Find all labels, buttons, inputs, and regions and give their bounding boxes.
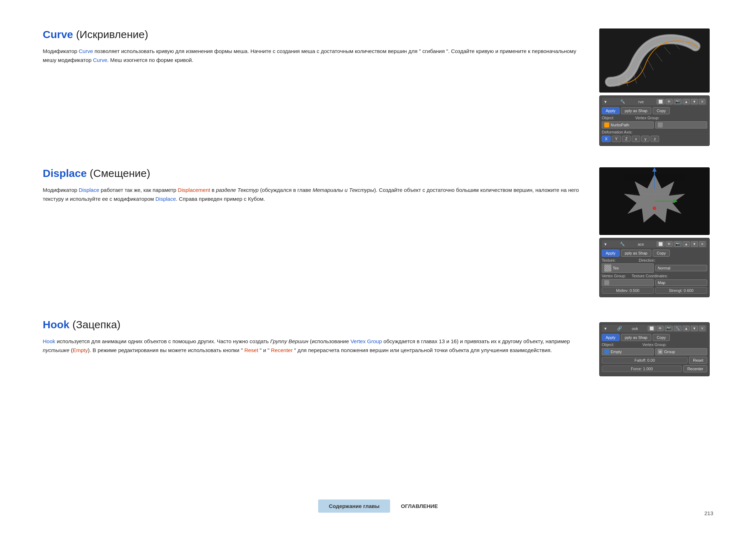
curve-panel-arrow: ▼	[604, 100, 607, 104]
curve-icon-eye[interactable]: 👁	[666, 99, 673, 104]
displace-svg	[599, 167, 710, 235]
displace-inline-5: Displace	[155, 196, 176, 202]
displace-vgroup-icon	[604, 280, 609, 285]
curve-axis-y2[interactable]: y	[641, 136, 650, 142]
hook-inline-5: Empty	[73, 347, 88, 353]
curve-panel-title: rve	[638, 100, 644, 104]
curve-axis-x[interactable]: X	[602, 136, 611, 142]
displace-icon-mesh[interactable]: ⬜	[657, 241, 664, 247]
curve-vgroup-field[interactable]	[655, 121, 707, 129]
displace-inline-2: Displacement	[178, 187, 210, 193]
hook-inline-2: Группу Вершин	[270, 338, 309, 344]
displace-inline-1: Displace	[79, 187, 99, 193]
hook-vgroup-value: Group	[664, 350, 675, 354]
displace-header-icons: ⬜ 👁 📷 ▲ ▼ ✕	[657, 241, 705, 247]
hook-inline-7: Recenter	[271, 347, 293, 353]
displace-icon-down[interactable]: ▼	[691, 241, 698, 247]
curve-ui-panel: ▼ 🔧 rve ⬜ 👁 📷 ▲ ▼ ✕ Apply pply as Shap	[599, 95, 710, 146]
curve-copy-button[interactable]: Copy	[653, 107, 670, 114]
hook-apply-button[interactable]: Apply	[602, 334, 620, 341]
displace-content: Displace (Смещение) Модификатор Displace…	[43, 167, 585, 204]
curve-object-field[interactable]: NurbsPath	[602, 121, 654, 129]
curve-axis-z2[interactable]: z	[651, 136, 659, 142]
displace-strengt-slider[interactable]: Strengt: 0.600	[655, 287, 707, 294]
displace-icon-eye[interactable]: 👁	[666, 241, 673, 247]
toc-main-button[interactable]: ОГЛАВЛЕНИЕ	[401, 503, 438, 509]
hook-content: Hook (Зацепка) Hook используется для ани…	[43, 319, 585, 355]
displace-copy-button[interactable]: Copy	[653, 250, 670, 257]
displace-slider-row: Midlev: 0.500 Strengt: 0.600	[602, 287, 707, 294]
curve-icon-mesh[interactable]: ⬜	[657, 99, 664, 104]
displace-apply-as-shape-button[interactable]: pply as Shap	[621, 250, 652, 257]
hook-panel-header: ▼ 🔗 ook ⬜ 👁 📷 🔧 ▲ ▼ ✕	[602, 325, 707, 332]
curve-svg	[599, 28, 710, 93]
curve-axis-z[interactable]: Z	[622, 136, 631, 142]
displace-apply-button[interactable]: Apply	[602, 250, 620, 257]
curve-icon-close[interactable]: ✕	[699, 99, 705, 104]
displace-midlev-slider[interactable]: Midlev: 0.500	[602, 287, 654, 294]
hook-icon-up[interactable]: ▲	[683, 326, 690, 331]
hook-vgroup-field[interactable]: ⊞ Group	[655, 348, 707, 355]
curve-object-icon	[604, 122, 609, 127]
hook-inline-4: пустышке	[43, 347, 69, 353]
hook-panel-arrow: ▼	[604, 326, 607, 331]
curve-axis-x2[interactable]: x	[632, 136, 640, 142]
hook-force-row: Force: 1.000 Recenter	[602, 365, 707, 372]
curve-object-label: Object:	[602, 116, 627, 120]
curve-axis-y[interactable]: Y	[612, 136, 621, 142]
curve-heading-blue: Curve	[43, 28, 73, 40]
curve-vgroup-icon	[658, 122, 663, 127]
page: Curve (Искривление) Модификатор Curve по…	[0, 0, 756, 534]
curve-icon-down[interactable]: ▼	[691, 99, 698, 104]
hook-apply-as-shape-button[interactable]: pply as Shap	[621, 334, 652, 341]
hook-body: Hook используется для анимации одних объ…	[43, 337, 585, 355]
hook-object-value: Empty	[611, 350, 622, 354]
curve-apply-button[interactable]: Apply	[602, 107, 620, 114]
displace-texcoord-dropdown[interactable]: Map	[655, 279, 707, 286]
hook-icon-down[interactable]: ▼	[691, 326, 698, 331]
hook-falloff-slider[interactable]: Falloff: 0.00	[602, 357, 688, 363]
displace-icon-close[interactable]: ✕	[699, 241, 705, 247]
displace-dir-dropdown[interactable]: Normal	[655, 265, 707, 271]
hook-reset-button[interactable]: Reset	[689, 357, 707, 364]
hook-force-slider[interactable]: Force: 1.000	[602, 366, 682, 372]
displace-heading-blue: Displace	[43, 167, 87, 179]
curve-icon-up[interactable]: ▲	[683, 99, 690, 104]
curve-apply-as-shape-button[interactable]: pply as Shap	[621, 107, 652, 114]
displace-icon-up[interactable]: ▲	[683, 241, 690, 247]
curve-icon-render[interactable]: 📷	[674, 99, 682, 104]
displace-body: Модификатор Displace работает так же, ка…	[43, 186, 585, 204]
displace-icon-render[interactable]: 📷	[674, 241, 682, 247]
curve-apply-row: Apply pply as Shap Copy	[602, 107, 707, 114]
displace-heading: Displace (Смещение)	[43, 167, 585, 179]
curve-viewport	[599, 28, 710, 93]
toc-chapter-button[interactable]: Содержание главы	[318, 499, 390, 513]
svg-point-18	[653, 206, 656, 210]
curve-vgroup-label: Vertex Group:	[635, 116, 660, 120]
hook-icon-render[interactable]: 📷	[665, 326, 673, 331]
curve-body: Модификатор Curve позволяет использовать…	[43, 47, 585, 65]
hook-icon-eye[interactable]: 👁	[657, 326, 664, 331]
hook-object-label: Object:	[602, 342, 627, 347]
hook-icon-something[interactable]: 🔧	[674, 326, 682, 331]
displace-viewport	[599, 167, 710, 235]
hook-icon-mesh[interactable]: ⬜	[648, 326, 656, 331]
curve-deform-label: Deformation Axis:	[602, 130, 632, 134]
displace-vgroup-field[interactable]	[602, 279, 654, 286]
hook-ui-panel: ▼ 🔗 ook ⬜ 👁 📷 🔧 ▲ ▼ ✕ Apply pply	[599, 322, 710, 376]
hook-icon-close[interactable]: ✕	[699, 326, 705, 331]
displace-tex-icon	[604, 265, 611, 272]
hook-heading-black: (Зацепка)	[69, 319, 120, 330]
hook-recenter-button[interactable]: Recenter	[683, 365, 707, 372]
curve-content: Curve (Искривление) Модификатор Curve по…	[43, 28, 585, 65]
hook-inline-6: Reset	[244, 347, 258, 353]
displace-tex-label: Texture:	[602, 258, 627, 262]
hook-object-value-row: Empty ⊞ Group	[602, 348, 707, 355]
hook-vgroup-label: Vertex Group:	[642, 342, 667, 347]
hook-inline-3: Vertex Group	[351, 338, 382, 344]
hook-copy-button[interactable]: Copy	[653, 334, 670, 341]
displace-tex-field[interactable]: Tex	[602, 263, 654, 273]
displace-tex-value: Tex	[613, 266, 619, 270]
hook-object-field[interactable]: Empty	[602, 348, 654, 355]
hook-header-icons: ⬜ 👁 📷 🔧 ▲ ▼ ✕	[648, 326, 705, 331]
